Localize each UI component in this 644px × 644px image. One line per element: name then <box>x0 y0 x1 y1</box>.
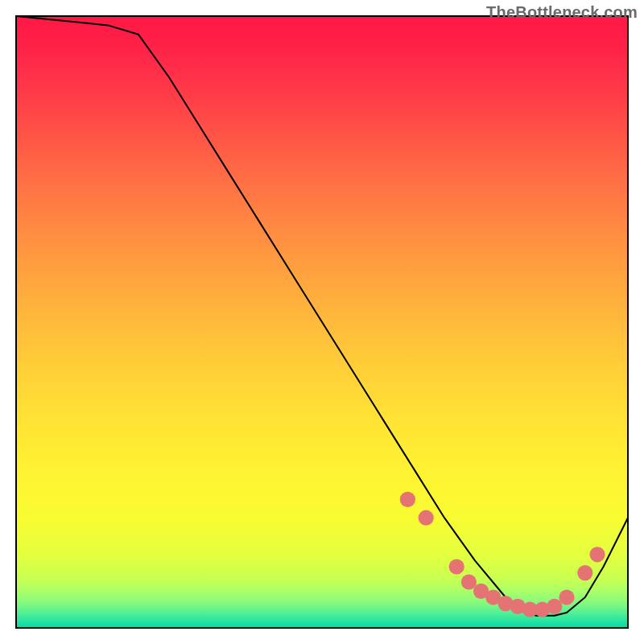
curve-marker <box>400 492 415 507</box>
watermark-text: TheBottleneck.com <box>486 3 638 22</box>
curve-marker <box>559 589 574 605</box>
curve-marker <box>577 565 592 580</box>
curve-marker <box>547 599 562 614</box>
curve-marker <box>589 547 605 562</box>
bottleneck-curve-chart <box>0 0 644 644</box>
curve-marker <box>449 559 464 574</box>
curve-marker <box>461 574 477 589</box>
curve-marker <box>419 510 434 526</box>
chart-container: TheBottleneck.com <box>0 0 644 644</box>
